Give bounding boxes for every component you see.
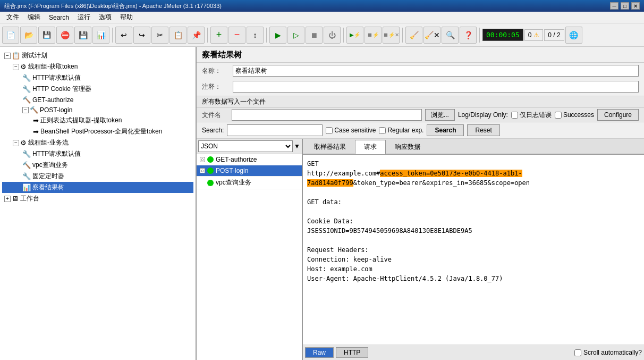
- detail-footer: Raw HTTP Scroll automatically?: [303, 345, 644, 360]
- errors-checkbox[interactable]: [511, 112, 518, 119]
- format-select[interactable]: JSON Text XML: [198, 140, 293, 152]
- configure-button[interactable]: Configure: [597, 109, 639, 121]
- expand-workbench[interactable]: +: [4, 196, 11, 202]
- footer-tab-raw[interactable]: Raw: [305, 347, 334, 358]
- search-label: Search:: [202, 127, 224, 134]
- name-row: 名称：: [197, 63, 644, 79]
- minimize-button[interactable]: ─: [610, 2, 618, 10]
- tree-item-testplan[interactable]: − 📋 测试计划: [2, 50, 193, 61]
- results-header: 察看结果树: [197, 47, 644, 63]
- expand-threadgroup1[interactable]: −: [13, 64, 19, 70]
- cookie-icon: 🔧: [22, 85, 31, 93]
- copy-button[interactable]: 📋: [170, 27, 187, 44]
- menu-file[interactable]: 文件: [2, 12, 23, 23]
- shutdown-button[interactable]: ⏻: [324, 27, 341, 44]
- save-button[interactable]: 💾: [38, 27, 55, 44]
- tree-item-workbench[interactable]: + 🖥 工作台: [2, 193, 193, 204]
- tab-sampler-results[interactable]: 取样器结果: [305, 140, 355, 154]
- scroll-auto-checkbox[interactable]: [574, 349, 581, 356]
- search-button-results[interactable]: Search: [427, 124, 464, 136]
- stop2-button[interactable]: ⏹: [306, 27, 323, 44]
- menu-run[interactable]: 运行: [73, 12, 95, 23]
- case-sensitive-checkbox[interactable]: [326, 127, 333, 134]
- menu-edit[interactable]: 编辑: [23, 12, 45, 23]
- content-line10: Connection: keep-alive: [307, 255, 640, 264]
- tree-item-timer[interactable]: 🔧 固定定时器: [2, 171, 193, 182]
- result-item-vpc[interactable]: vpc查询业务: [197, 177, 302, 189]
- sep1: [112, 28, 113, 43]
- help-button[interactable]: ❓: [460, 27, 477, 44]
- start-nopauses-button[interactable]: ▷: [287, 27, 304, 44]
- tree-item-beanshell[interactable]: ➡ BeanShell PostProcessor-全局化变量token: [2, 126, 193, 137]
- testplan-icon: 📋: [12, 52, 20, 60]
- tree-item-httpdefault2[interactable]: 🔧 HTTP请求默认值: [2, 148, 193, 160]
- comment-input[interactable]: [233, 81, 639, 93]
- name-input[interactable]: [233, 65, 639, 77]
- warning-icon: ⚠: [533, 31, 539, 39]
- expand-result-2[interactable]: ○: [200, 168, 205, 173]
- expand-testplan[interactable]: −: [4, 53, 11, 59]
- log-display-label: Log/Display Only:: [458, 111, 508, 119]
- menu-search[interactable]: Search: [45, 13, 73, 22]
- search-input[interactable]: [227, 124, 323, 136]
- menu-bar: 文件 编辑 Search 运行 选项 帮助: [0, 12, 644, 23]
- result-item-post-login[interactable]: ○ POST-login: [197, 165, 302, 177]
- regular-exp-checkbox[interactable]: [379, 127, 386, 134]
- results-list: JSON Text XML ▼ ○ GET-authorize ○ POST-l…: [197, 139, 303, 360]
- format-bar: JSON Text XML ▼: [197, 139, 302, 154]
- search-button[interactable]: 🔍: [442, 27, 459, 44]
- comment-label: 注释：: [202, 82, 228, 91]
- close-button[interactable]: ✕: [631, 2, 640, 10]
- tree-item-vpc[interactable]: 🔨 vpc查询业务: [2, 160, 193, 171]
- expand-post-login[interactable]: −: [22, 107, 29, 113]
- results-icon: 📊: [22, 183, 31, 191]
- menu-options[interactable]: 选项: [95, 12, 116, 23]
- remote-stop-all-button[interactable]: ⏹⚡✕: [383, 27, 400, 44]
- tab-response-data[interactable]: 响应数据: [386, 140, 429, 154]
- report-button[interactable]: 📊: [92, 27, 109, 44]
- tree-item-results[interactable]: 📊 察看结果树: [2, 182, 193, 193]
- tree-item-post-login[interactable]: − 🔨 POST-login: [2, 105, 193, 115]
- expand-threadgroup2[interactable]: −: [13, 140, 19, 146]
- tree-item-httpdefault1[interactable]: 🔧 HTTP请求默认值: [2, 72, 193, 83]
- browse-button[interactable]: 浏览...: [425, 109, 455, 121]
- tree-item-get-auth[interactable]: 🔨 GET-authorize: [2, 95, 193, 105]
- expand-button[interactable]: ↕: [247, 27, 264, 44]
- tree-item-cookie[interactable]: 🔧 HTTP Cookie 管理器: [2, 83, 193, 95]
- new-button[interactable]: 📄: [2, 27, 19, 44]
- undo-button[interactable]: ↩: [115, 27, 132, 44]
- save2-button[interactable]: 💾: [74, 27, 91, 44]
- successes-checkbox[interactable]: [555, 112, 562, 119]
- expand-result-1[interactable]: ○: [200, 157, 205, 162]
- open-button[interactable]: 📂: [20, 27, 37, 44]
- start-button[interactable]: ▶: [269, 27, 286, 44]
- tree-item-regex[interactable]: ➡ 正则表达式提取器-提取token: [2, 115, 193, 126]
- result-item-get-auth[interactable]: ○ GET-authorize: [197, 154, 302, 165]
- maximize-button[interactable]: □: [621, 2, 629, 10]
- scroll-auto-section: Scroll automatically?: [574, 349, 642, 356]
- file-name-input[interactable]: [232, 109, 422, 121]
- log-display-row: Log/Display Only: 仅日志错误 Successes Config…: [458, 109, 639, 121]
- tree-item-threadgroup1[interactable]: − ⚙ 线程组-获取token: [2, 61, 193, 72]
- footer-tab-http[interactable]: HTTP: [336, 347, 368, 358]
- tree-item-threadgroup2[interactable]: − ⚙ 线程组-业务流: [2, 137, 193, 148]
- paste-button[interactable]: 📌: [188, 27, 205, 44]
- main-layout: − 📋 测试计划 − ⚙ 线程组-获取token 🔧 HTTP请求默认值 🔧 H…: [0, 47, 644, 360]
- clear-button[interactable]: 🧹: [405, 27, 422, 44]
- window-controls: ─ □ ✕: [610, 2, 640, 10]
- content-line5: [307, 207, 640, 216]
- menu-help[interactable]: 帮助: [116, 12, 137, 23]
- remove-button[interactable]: −: [228, 27, 245, 44]
- tab-request[interactable]: 请求: [355, 140, 386, 154]
- reset-button[interactable]: Reset: [467, 124, 499, 136]
- content-line1: GET: [307, 159, 640, 169]
- remote-stop-button[interactable]: ⏹⚡: [365, 27, 382, 44]
- add-button[interactable]: +: [210, 27, 227, 44]
- redo-button[interactable]: ↪: [133, 27, 150, 44]
- remote-start-button[interactable]: ▶⚡: [346, 27, 363, 44]
- remote-button[interactable]: 🌐: [565, 27, 582, 44]
- httpdefault1-icon: 🔧: [22, 74, 31, 82]
- stop-button[interactable]: ⛔: [56, 27, 73, 44]
- cut-button[interactable]: ✂: [151, 27, 168, 44]
- clearall-button[interactable]: 🧹✕: [423, 27, 440, 44]
